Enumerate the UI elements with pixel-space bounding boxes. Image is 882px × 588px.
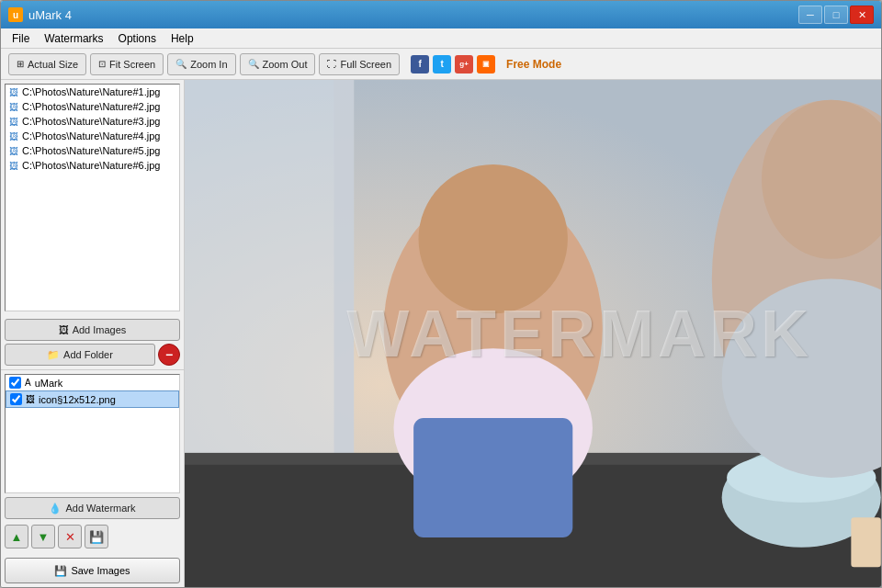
file-icon: 🖼	[9, 161, 18, 171]
full-screen-button[interactable]: ⛶ Full Screen	[319, 53, 400, 75]
add-folder-row: 📁 Add Folder −	[5, 344, 180, 366]
window-title: uMark 4	[28, 8, 72, 22]
zoom-in-label: Zoom In	[190, 59, 227, 70]
add-folder-button[interactable]: 📁 Add Folder	[5, 344, 155, 366]
full-screen-label: Full Screen	[340, 59, 391, 70]
save-images-button[interactable]: 💾 Save Images	[5, 558, 180, 583]
file-item[interactable]: 🖼 C:\Photos\Nature\Nature#6.jpg	[6, 158, 179, 173]
add-folder-icon: 📁	[47, 349, 60, 361]
watermark-item-icon[interactable]: 🖼 icon§12x512.png	[6, 390, 179, 408]
title-bar-left: u uMark 4	[8, 7, 72, 22]
maximize-button[interactable]: □	[824, 6, 848, 24]
file-icon: 🖼	[9, 131, 18, 141]
svg-rect-12	[413, 418, 572, 537]
actual-size-label: Actual Size	[28, 59, 78, 70]
add-watermark-icon: 💧	[49, 503, 62, 514]
delete-watermark-button[interactable]: ✕	[58, 525, 82, 548]
move-down-button[interactable]: ▼	[31, 525, 55, 548]
save-btn-wrap: 💾 Save Images	[1, 554, 184, 587]
save-images-label: Save Images	[71, 565, 130, 576]
menu-options[interactable]: Options	[111, 30, 164, 47]
remove-files-button[interactable]: −	[158, 344, 180, 366]
watermark-checkbox-icon[interactable]	[10, 393, 22, 405]
preview-image	[185, 80, 881, 587]
add-watermark-button[interactable]: 💧 Add Watermark	[5, 497, 180, 519]
text-watermark-icon: A	[25, 378, 31, 388]
file-path: C:\Photos\Nature\Nature#4.jpg	[22, 130, 160, 141]
zoom-in-icon: 🔍	[175, 59, 187, 69]
file-path: C:\Photos\Nature\Nature#3.jpg	[22, 116, 160, 127]
add-watermark-label: Add Watermark	[65, 503, 135, 514]
title-bar: u uMark 4 ─ □ ✕	[1, 1, 881, 28]
free-mode-badge: Free Mode	[506, 58, 561, 71]
zoom-out-button[interactable]: 🔍 Zoom Out	[240, 53, 316, 75]
social-links: f t g+ ▣	[411, 55, 495, 74]
watermark-label-icon: icon§12x512.png	[39, 394, 116, 405]
close-button[interactable]: ✕	[850, 6, 874, 24]
watermark-list[interactable]: A uMark 🖼 icon§12x512.png	[5, 374, 180, 493]
googleplus-icon[interactable]: g+	[455, 55, 473, 74]
move-up-button[interactable]: ▲	[5, 525, 28, 548]
file-item[interactable]: 🖼 C:\Photos\Nature\Nature#4.jpg	[6, 129, 179, 143]
menu-help[interactable]: Help	[164, 30, 201, 47]
menu-bar: File Watermarks Options Help	[1, 28, 881, 49]
watermark-checkbox-umark[interactable]	[9, 377, 21, 389]
file-panel-buttons: 🖼 Add Images 📁 Add Folder −	[1, 315, 184, 369]
fit-screen-label: Fit Screen	[109, 59, 155, 70]
toolbar: ⊞ Actual Size ⊡ Fit Screen 🔍 Zoom In 🔍 Z…	[1, 49, 881, 80]
watermark-label-umark: uMark	[35, 378, 63, 389]
add-images-icon: 🖼	[59, 324, 69, 335]
file-path: C:\Photos\Nature\Nature#6.jpg	[22, 160, 160, 171]
main-content: 🖼 C:\Photos\Nature\Nature#1.jpg 🖼 C:\Pho…	[1, 80, 881, 587]
file-list[interactable]: 🖼 C:\Photos\Nature\Nature#1.jpg 🖼 C:\Pho…	[5, 84, 180, 311]
actual-size-button[interactable]: ⊞ Actual Size	[8, 53, 86, 75]
app-icon: u	[8, 7, 23, 22]
add-images-button[interactable]: 🖼 Add Images	[5, 319, 180, 341]
file-icon: 🖼	[9, 146, 18, 156]
watermark-item-umark[interactable]: A uMark	[6, 375, 179, 390]
menu-watermarks[interactable]: Watermarks	[37, 30, 110, 47]
preview-area[interactable]: WATERMARK	[185, 80, 881, 587]
facebook-icon[interactable]: f	[411, 55, 429, 74]
svg-rect-7	[851, 517, 880, 567]
file-path: C:\Photos\Nature\Nature#1.jpg	[22, 86, 160, 97]
fit-screen-button[interactable]: ⊡ Fit Screen	[90, 53, 164, 75]
left-panel: 🖼 C:\Photos\Nature\Nature#1.jpg 🖼 C:\Pho…	[1, 80, 185, 587]
save-watermark-button[interactable]: 💾	[85, 525, 108, 548]
file-icon: 🖼	[9, 117, 18, 127]
fit-screen-icon: ⊡	[98, 59, 106, 69]
file-path: C:\Photos\Nature\Nature#2.jpg	[22, 101, 160, 112]
twitter-icon[interactable]: t	[433, 55, 451, 74]
watermark-section: A uMark 🖼 icon§12x512.png 💧 Add Watermar…	[1, 369, 184, 554]
file-item[interactable]: 🖼 C:\Photos\Nature\Nature#5.jpg	[6, 143, 179, 158]
zoom-out-label: Zoom Out	[263, 59, 308, 70]
file-path: C:\Photos\Nature\Nature#5.jpg	[22, 145, 160, 156]
add-folder-label: Add Folder	[63, 349, 113, 360]
menu-file[interactable]: File	[5, 30, 37, 47]
window-controls: ─ □ ✕	[798, 6, 874, 24]
image-watermark-icon: 🖼	[26, 394, 35, 404]
file-item[interactable]: 🖼 C:\Photos\Nature\Nature#2.jpg	[6, 99, 179, 114]
minimize-button[interactable]: ─	[798, 6, 822, 24]
zoom-in-button[interactable]: 🔍 Zoom In	[167, 53, 235, 75]
rss-icon[interactable]: ▣	[477, 55, 495, 74]
svg-point-10	[419, 164, 568, 313]
actual-size-icon: ⊞	[17, 59, 24, 69]
file-icon: 🖼	[9, 102, 18, 112]
watermark-toolbar: ▲ ▼ ✕ 💾	[5, 523, 180, 550]
save-images-icon: 💾	[54, 565, 67, 577]
main-window: u uMark 4 ─ □ ✕ File Watermarks Options …	[0, 0, 882, 588]
full-screen-icon: ⛶	[327, 59, 336, 69]
zoom-out-icon: 🔍	[248, 59, 259, 69]
file-item[interactable]: 🖼 C:\Photos\Nature\Nature#1.jpg	[6, 85, 179, 99]
file-icon: 🖼	[9, 87, 18, 97]
file-item[interactable]: 🖼 C:\Photos\Nature\Nature#3.jpg	[6, 114, 179, 129]
add-images-label: Add Images	[73, 324, 127, 335]
